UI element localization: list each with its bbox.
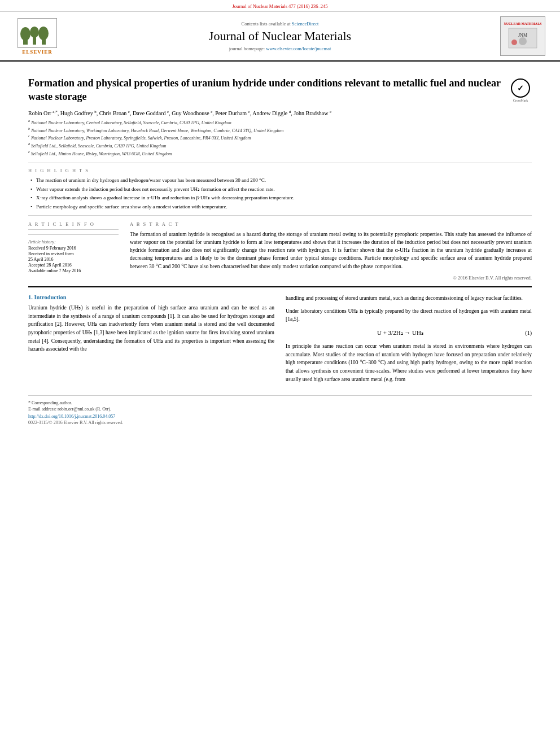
authors-line: Robin Orr a,*, Hugh Godfrey b, Chris Bro…: [28, 110, 532, 116]
abstract-copyright: © 2016 Elsevier B.V. All rights reserved…: [130, 275, 532, 281]
journal-citation-bar: Journal of Nuclear Materials 477 (2016) …: [0, 0, 560, 12]
revised-date-2: 25 April 2016: [28, 257, 119, 262]
equation-number: (1): [515, 330, 532, 336]
affiliation-d: d Sellafield Ltd., Sellafield, Seascale,…: [28, 142, 532, 150]
crossmark-badge: ✓ CrossMark: [509, 78, 532, 102]
journal-header: ELSEVIER Contents lists available at Sci…: [0, 12, 560, 62]
journal-logo-right: NUCLEAR MATERIALS JNM: [495, 16, 551, 56]
elsevier-icon: [18, 18, 57, 48]
available-date: Available online 7 May 2016: [28, 268, 119, 273]
affiliation-a: a National Nuclear Laboratory, Central L…: [28, 119, 532, 126]
divider-info: [28, 234, 119, 235]
article-info-abstract: A R T I C L E I N F O Article history: R…: [28, 221, 532, 281]
svg-text:JNM: JNM: [518, 33, 527, 38]
journal-citation-text: Journal of Nuclear Materials 477 (2016) …: [232, 3, 327, 9]
body-two-col: 1. Introduction Uranium hydride (UH₃) is…: [28, 294, 532, 384]
highlight-item-4: Particle morphology and specific surface…: [28, 203, 532, 211]
body-col-left: 1. Introduction Uranium hydride (UH₃) is…: [28, 294, 274, 384]
article-title-section: Formation and physical properties of ura…: [28, 76, 532, 104]
divider-1: [28, 163, 532, 163]
svg-point-1: [20, 27, 30, 41]
jnm-logo-box: NUCLEAR MATERIALS JNM: [500, 16, 545, 56]
article-info: A R T I C L E I N F O Article history: R…: [28, 221, 119, 281]
copyright-line: 0022-3115/© 2016 Elsevier B.V. All right…: [28, 420, 532, 425]
equation-formula: U + 3/2H₂ → UH₃: [286, 329, 515, 337]
equation-1: U + 3/2H₂ → UH₃ (1): [286, 329, 532, 337]
highlight-item-1: The reaction of uranium in dry hydrogen …: [28, 177, 532, 184]
journal-title-area: Contents lists available at ScienceDirec…: [71, 21, 489, 51]
revised-date: Received in revised form: [28, 251, 119, 256]
highlights-section: H I G H L I G H T S The reaction of uran…: [28, 168, 532, 210]
science-direct-label: Contents lists available at ScienceDirec…: [71, 21, 489, 27]
corresponding-note: * Corresponding author.: [28, 400, 532, 405]
affiliation-c: c National Nuclear Laboratory, Preston L…: [28, 134, 532, 142]
crossmark-label: CrossMark: [513, 99, 528, 102]
main-content: Formation and physical properties of ura…: [0, 62, 560, 431]
article-info-label: A R T I C L E I N F O: [28, 221, 119, 230]
body-section-intro: 1. Introduction Uranium hydride (UH₃) is…: [28, 294, 532, 384]
science-direct-link[interactable]: ScienceDirect: [292, 21, 319, 27]
divider-thick: [28, 286, 532, 287]
journal-homepage: journal homepage: www.elsevier.com/locat…: [71, 46, 489, 51]
intro-text-right-3: In principle the same reaction can occur…: [286, 342, 532, 384]
svg-point-3: [30, 27, 39, 38]
accepted-date: Accepted 28 April 2016: [28, 263, 119, 268]
body-col-right: handling and processing of stored uraniu…: [286, 294, 532, 384]
intro-heading: 1. Introduction: [28, 294, 274, 300]
intro-text-left: Uranium hydride (UH₃) is useful in the p…: [28, 304, 274, 353]
affiliations: a National Nuclear Laboratory, Central L…: [28, 119, 532, 157]
doi-line: http://dx.doi.org/10.1016/j.jnucmat.2016…: [28, 414, 532, 419]
divider-2: [28, 215, 532, 216]
email-note: E-mail address: robin.orr@nnl.co.uk (R. …: [28, 407, 532, 412]
crossmark-icon: ✓: [511, 78, 530, 98]
received-date: Received 9 February 2016: [28, 246, 119, 251]
history-label: Article history:: [28, 239, 119, 244]
history-block: Article history: Received 9 February 201…: [28, 239, 119, 273]
svg-point-5: [38, 27, 49, 40]
svg-point-9: [519, 37, 527, 45]
abstract-section: A B S T R A C T The formation of uranium…: [130, 221, 532, 281]
highlights-label: H I G H L I G H T S: [28, 168, 532, 173]
abstract-label: A B S T R A C T: [130, 221, 532, 227]
highlight-item-3: X-ray diffraction analysis shows a gradu…: [28, 194, 532, 202]
elsevier-name: ELSEVIER: [22, 49, 53, 55]
article-title: Formation and physical properties of ura…: [28, 76, 504, 104]
svg-point-8: [511, 40, 517, 45]
intro-text-right-2: Under laboratory conditions UH₃ is typic…: [286, 307, 532, 324]
affiliation-e: e Sellafield Ltd., Hinton House, Risley,…: [28, 150, 532, 158]
abstract-text: The formation of uranium hydride is reco…: [130, 230, 532, 270]
affiliation-b: b National Nuclear Laboratory, Workingto…: [28, 126, 532, 134]
journal-homepage-link[interactable]: www.elsevier.com/locate/jnucmat: [266, 46, 331, 51]
elsevier-logo-area: ELSEVIER: [9, 18, 65, 55]
footnote-area: * Corresponding author. E-mail address: …: [28, 395, 532, 425]
intro-text-right-1: handling and processing of stored uraniu…: [286, 294, 532, 303]
journal-title: Journal of Nuclear Materials: [71, 29, 489, 43]
highlight-item-2: Water vapour extends the induction perio…: [28, 186, 532, 193]
